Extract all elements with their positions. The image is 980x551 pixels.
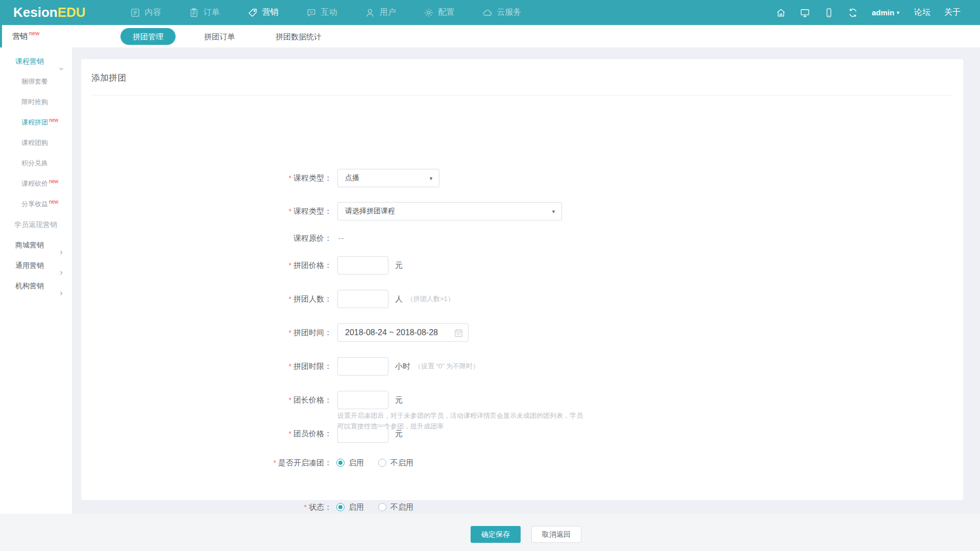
tab-group-stats[interactable]: 拼团数据统计 [263, 28, 334, 45]
calendar-icon [454, 328, 463, 340]
nav-item-users[interactable]: 用户 [351, 0, 410, 25]
form-row-course-play-type: *课程类型： 点播 ▼ [81, 169, 963, 187]
user-icon [365, 8, 375, 18]
new-badge: new [49, 171, 58, 192]
nav-label: 配置 [438, 7, 455, 18]
form-row-member-price: *团员价格： 元 [81, 424, 963, 443]
field-label: *是否开启凑团： [81, 458, 332, 468]
sidebar-group-mall-marketing[interactable]: 商城营销 [0, 235, 72, 255]
original-price-value: -- [338, 234, 344, 242]
nav-item-marketing[interactable]: 营销 [234, 0, 292, 25]
clipboard-icon [189, 8, 199, 18]
form-row-course-select: *课程类型： 请选择拼团课程 ▼ [81, 202, 963, 220]
field-label: *拼团时间： [81, 328, 332, 338]
nav-label: 云服务 [497, 7, 522, 18]
monitor-icon[interactable] [800, 8, 810, 18]
main-content-area: 添加拼团 *课程类型： 点播 ▼ *课程类型： 请选择拼团课程 ▼ [72, 47, 980, 514]
sidebar-item-points-exchange[interactable]: 积分兑换 [0, 153, 72, 173]
field-label: *状态： [81, 503, 332, 512]
status-enable-radio[interactable] [336, 503, 345, 511]
nav-item-content[interactable]: 内容 [116, 0, 175, 25]
nav-label: 用户 [380, 7, 396, 18]
sidebar-group-course-marketing[interactable]: 课程营销 [0, 51, 72, 71]
sidebar-item-bargain[interactable]: 课程砍价new [0, 173, 72, 194]
form-row-leader-price: *团长价格： 元 [81, 391, 963, 409]
gather-disable-radio[interactable] [378, 459, 386, 467]
form-card: 添加拼团 *课程类型： 点播 ▼ *课程类型： 请选择拼团课程 ▼ [81, 59, 963, 500]
sidebar-item-bundle[interactable]: 捆绑套餐 [0, 71, 72, 92]
section-title: 营销 new [0, 25, 72, 47]
tab-group-orders[interactable]: 拼团订单 [192, 28, 247, 45]
course-play-type-select[interactable]: 点播 ▼ [337, 169, 439, 187]
radio-label[interactable]: 不启用 [390, 503, 413, 512]
group-size-input[interactable] [337, 290, 388, 308]
document-icon [130, 8, 140, 18]
sidebar-item-share-income[interactable]: 分享收益new [0, 194, 72, 214]
form-row-group-size: *拼团人数： 人 （拼团人数>1） [81, 290, 963, 308]
section-label: 营销 [12, 32, 28, 41]
sidebar-item-flash-sale[interactable]: 限时抢购 [0, 92, 72, 112]
form-row-gather: *是否开启凑团： 启用 不启用 [81, 458, 963, 468]
group-price-input[interactable] [337, 256, 388, 274]
footer-bar: 确定保存 取消返回 [0, 514, 980, 551]
nav-item-orders[interactable]: 订单 [175, 0, 234, 25]
nav-label: 订单 [204, 7, 220, 18]
nav-label: 营销 [262, 7, 279, 18]
nav-item-cloud[interactable]: 云服务 [469, 0, 535, 25]
radio-label[interactable]: 启用 [349, 458, 364, 468]
radio-label[interactable]: 不启用 [390, 458, 413, 468]
admin-menu[interactable]: admin▼ [872, 8, 900, 17]
field-label: *团长价格： [81, 395, 332, 405]
sidebar-item-course-groupbuy[interactable]: 课程拼团new [0, 112, 72, 133]
field-label: *拼团价格： [81, 261, 332, 270]
new-badge: new [29, 30, 39, 36]
radio-label[interactable]: 启用 [349, 503, 364, 512]
form-row-status: *状态： 启用 不启用 [81, 502, 963, 512]
field-label: 课程原价： [81, 234, 332, 243]
tab-group-manage[interactable]: 拼团管理 [120, 28, 176, 45]
home-icon[interactable] [776, 8, 786, 18]
chat-icon [306, 8, 316, 18]
unit-label: 元 [395, 395, 403, 405]
forum-link[interactable]: 论坛 [914, 7, 930, 18]
caret-down-icon: ▼ [429, 176, 433, 181]
course-select[interactable]: 请选择拼团课程 ▼ [337, 202, 562, 220]
refresh-icon[interactable] [848, 8, 858, 18]
field-hint: （设置 “0” 为不限时） [414, 362, 479, 371]
field-label: *拼团时限： [81, 362, 332, 371]
sidebar-item-course-tuangou[interactable]: 课程团购 [0, 133, 72, 153]
about-link[interactable]: 关于 [944, 7, 961, 18]
nav-item-interaction[interactable]: 互动 [292, 0, 351, 25]
unit-label: 小时 [395, 362, 410, 371]
leader-price-input[interactable] [337, 391, 388, 409]
sidebar-item-cashback[interactable]: 学员返现营销 [0, 214, 72, 235]
new-badge: new [49, 192, 58, 212]
chevron-right-icon [59, 283, 64, 304]
field-label: *拼团人数： [81, 294, 332, 304]
nav-item-config[interactable]: 配置 [410, 0, 469, 25]
sidebar-group-org-marketing[interactable]: 机构营销 [0, 276, 72, 296]
page-title: 添加拼团 [91, 72, 126, 84]
save-button[interactable]: 确定保存 [471, 526, 521, 543]
main-nav: 内容 订单 营销 互动 用户 配置 云服务 [116, 0, 535, 25]
tab-bar: 营销 new 拼团管理 拼团订单 拼团数据统计 [0, 25, 980, 47]
nav-label: 内容 [145, 7, 161, 18]
form-row-group-price: *拼团价格： 元 [81, 256, 963, 274]
gather-help-line1: 设置开启凑团后，对于未参团的学员，活动课程详情页会显示未成团的团列表，学员 [337, 411, 583, 420]
form-row-group-limit: *拼团时限： 小时 （设置 “0” 为不限时） [81, 357, 963, 375]
nav-label: 互动 [321, 7, 337, 18]
brand-logo[interactable]: KesionEDU [13, 5, 86, 20]
sidebar: 课程营销 捆绑套餐 限时抢购 课程拼团new 课程团购 积分兑换 课程砍价new… [0, 47, 72, 514]
new-badge: new [49, 110, 58, 131]
group-limit-input[interactable] [337, 357, 388, 375]
date-range-picker[interactable]: 2018-08-24 ~ 2018-08-28 [337, 323, 469, 342]
gear-icon [424, 8, 434, 18]
mobile-icon[interactable] [824, 8, 834, 18]
form-row-original-price: 课程原价： -- [81, 233, 963, 243]
cancel-button[interactable]: 取消返回 [531, 526, 581, 543]
sidebar-group-general-marketing[interactable]: 通用营销 [0, 255, 72, 276]
form-row-group-time: *拼团时间： 2018-08-24 ~ 2018-08-28 [81, 323, 963, 342]
field-hint: （拼团人数>1） [407, 294, 454, 304]
status-disable-radio[interactable] [378, 503, 386, 511]
gather-enable-radio[interactable] [336, 459, 345, 467]
